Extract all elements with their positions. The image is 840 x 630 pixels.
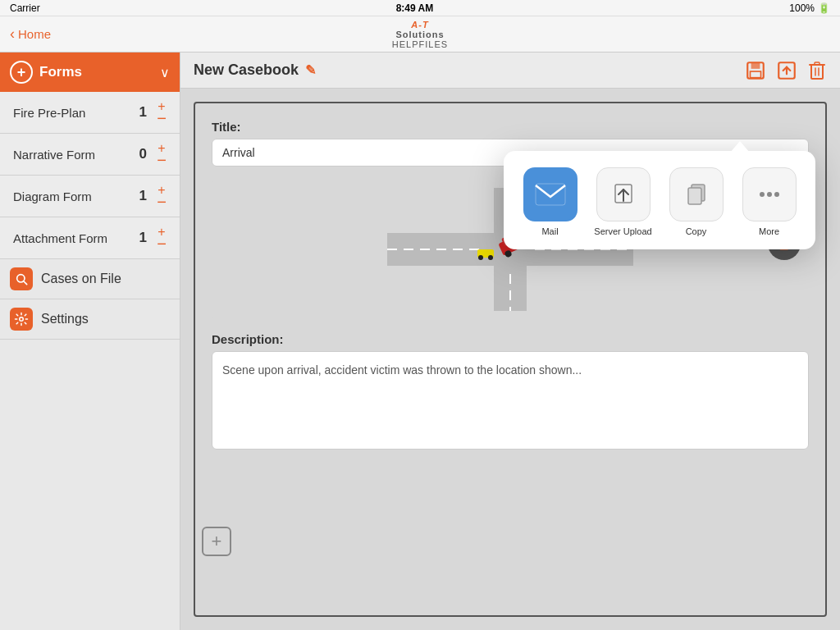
forms-chevron-icon: ∨ [160, 65, 170, 80]
svg-line-1 [24, 281, 27, 285]
edit-title-icon[interactable]: ✎ [305, 62, 316, 78]
share-option-server-upload[interactable]: Server Upload [590, 167, 656, 236]
cases-on-file-icon [10, 267, 33, 290]
svg-rect-7 [811, 65, 823, 79]
title-field-label: Title: [212, 120, 809, 134]
upload-icon [776, 60, 797, 81]
mail-option-label: Mail [541, 226, 558, 236]
sidebar-item-diagram-form[interactable]: Diagram Form 1 + − [0, 176, 180, 217]
battery-icon: 🔋 [818, 2, 830, 14]
svg-point-23 [478, 255, 483, 260]
sidebar-item-settings[interactable]: Settings [0, 299, 180, 340]
fire-preplan-label: Fire Pre-Plan [13, 106, 139, 120]
server-upload-option-label: Server Upload [594, 226, 651, 236]
main-layout: + Forms ∨ Fire Pre-Plan 1 + − Narrative … [0, 52, 840, 630]
header-actions [745, 60, 827, 81]
battery-label: 100% [789, 2, 815, 14]
svg-rect-5 [751, 71, 761, 78]
share-popup: Mail Server Upload [504, 151, 815, 249]
logo-line1: A-T [392, 20, 448, 30]
trash-icon [807, 60, 827, 81]
svg-rect-32 [688, 188, 701, 204]
more-option-label: More [759, 226, 779, 236]
diagram-form-label: Diagram Form [13, 189, 139, 203]
svg-point-2 [20, 317, 24, 322]
svg-rect-4 [751, 62, 760, 69]
narrative-form-label: Narrative Form [13, 148, 139, 162]
diagram-form-count: 1 [139, 188, 147, 204]
svg-point-34 [767, 192, 772, 197]
fire-preplan-count: 1 [139, 104, 147, 121]
settings-label: Settings [41, 312, 89, 326]
app-logo: A-TSolutions HELPFILES [392, 20, 448, 49]
more-icon [755, 180, 784, 209]
sidebar-item-narrative-form[interactable]: Narrative Form 0 + − [0, 134, 180, 176]
more-option-icon [742, 167, 797, 221]
share-option-mail[interactable]: Mail [517, 167, 583, 236]
save-icon [745, 60, 766, 81]
description-field[interactable]: Scene upon arrival, accident victim was … [212, 351, 809, 450]
sidebar-item-attachment-form[interactable]: Attachment Form 1 + − [0, 217, 180, 259]
casebook-title-text: New Casebook [194, 62, 299, 79]
carrier-label: Carrier [10, 2, 40, 14]
attachment-form-count: 1 [139, 230, 147, 246]
share-option-copy[interactable]: Copy [663, 167, 729, 236]
diagram-form-controls: + − [153, 184, 170, 208]
back-label: Home [18, 27, 51, 41]
fire-preplan-minus[interactable]: − [153, 112, 170, 125]
sidebar-item-cases-on-file[interactable]: Cases on File [0, 259, 180, 299]
logo-text: A-TSolutions HELPFILES [392, 20, 448, 49]
sidebar-item-fire-preplan[interactable]: Fire Pre-Plan 1 + − [0, 92, 180, 134]
server-upload-icon [609, 180, 638, 209]
logo-line2: HELPFILES [392, 39, 448, 49]
server-upload-option-icon [596, 167, 651, 221]
copy-icon [682, 180, 711, 209]
svg-point-35 [774, 192, 779, 197]
back-button[interactable]: ‹ Home [10, 25, 51, 43]
back-chevron-icon: ‹ [10, 25, 15, 43]
attachment-form-label: Attachment Form [13, 231, 139, 245]
svg-point-24 [488, 255, 493, 260]
svg-rect-9 [815, 62, 819, 65]
content-area: New Casebook ✎ [180, 52, 840, 630]
status-bar: Carrier 8:49 AM 100% 🔋 [0, 0, 840, 16]
gear-icon [14, 312, 29, 326]
search-icon [15, 272, 28, 285]
time-label: 8:49 AM [396, 2, 434, 14]
forms-add-icon: + [10, 61, 33, 84]
upload-button[interactable] [776, 60, 797, 81]
svg-point-33 [760, 192, 765, 197]
copy-option-icon [669, 167, 724, 221]
settings-icon [10, 308, 33, 331]
content-title: New Casebook ✎ [194, 62, 316, 79]
copy-option-label: Copy [686, 226, 707, 236]
mail-icon [535, 183, 566, 206]
narrative-form-controls: + − [153, 142, 170, 167]
attachment-form-minus[interactable]: − [153, 237, 170, 250]
save-button[interactable] [745, 60, 766, 81]
delete-button[interactable] [807, 60, 827, 81]
forms-header[interactable]: + Forms ∨ [0, 52, 180, 92]
cases-on-file-label: Cases on File [41, 272, 121, 286]
description-field-label: Description: [212, 332, 809, 346]
share-option-more[interactable]: More [736, 167, 802, 236]
mail-option-icon [523, 167, 578, 221]
narrative-form-minus[interactable]: − [153, 153, 170, 167]
forms-label: Forms [39, 64, 160, 80]
add-button[interactable]: + [202, 527, 231, 556]
sidebar: + Forms ∨ Fire Pre-Plan 1 + − Narrative … [0, 52, 180, 630]
narrative-form-count: 0 [139, 146, 147, 162]
diagram-form-minus[interactable]: − [153, 195, 170, 208]
nav-bar: ‹ Home A-TSolutions HELPFILES [0, 16, 840, 52]
svg-rect-28 [536, 184, 565, 205]
battery-area: 100% 🔋 [789, 2, 830, 14]
attachment-form-controls: + − [153, 226, 170, 250]
content-header: New Casebook ✎ [180, 52, 840, 89]
fire-preplan-controls: + − [153, 100, 170, 125]
